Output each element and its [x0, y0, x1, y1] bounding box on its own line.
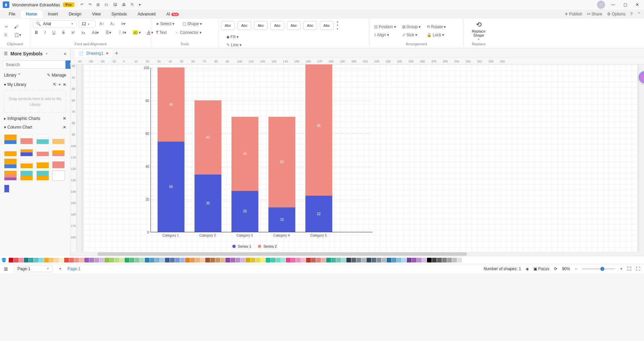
style-swatch[interactable]: Abc [320, 21, 334, 30]
color-swatch[interactable] [79, 258, 84, 262]
color-swatch[interactable] [372, 258, 376, 262]
color-swatch[interactable] [225, 258, 230, 262]
style-swatch[interactable]: Abc [287, 21, 301, 30]
color-swatch[interactable] [316, 258, 321, 262]
minimize-button[interactable]: — [609, 2, 617, 7]
add-page-button[interactable]: + [59, 266, 61, 271]
close-button[interactable]: ✕ [633, 2, 641, 7]
chart-thumbnail[interactable] [52, 158, 65, 168]
align-menu-icon[interactable]: ≡▾ [119, 20, 127, 28]
color-swatch[interactable] [115, 258, 119, 262]
symbol-search-input[interactable] [3, 60, 66, 69]
case-icon[interactable]: Aa▾ [90, 29, 101, 36]
color-swatch[interactable] [286, 258, 291, 262]
color-swatch[interactable] [74, 258, 79, 262]
color-swatch[interactable] [14, 258, 18, 262]
library-link[interactable]: Library ⌃ [4, 73, 21, 78]
color-swatch[interactable] [205, 258, 210, 262]
my-library-header[interactable]: ▾ My Library [4, 82, 26, 87]
color-swatch[interactable] [69, 258, 74, 262]
color-swatch[interactable] [185, 258, 190, 262]
color-swatch[interactable] [336, 258, 341, 262]
color-swatch[interactable] [341, 258, 346, 262]
color-swatch[interactable] [9, 258, 13, 262]
color-swatch[interactable] [271, 258, 275, 262]
chart-thumbnail[interactable] [36, 170, 49, 181]
color-swatch[interactable] [276, 258, 281, 262]
decrease-font-icon[interactable]: A↓ [108, 20, 117, 28]
new-icon[interactable]: ⊞ [96, 2, 100, 7]
focus-button[interactable]: ▣ Focus [533, 266, 549, 271]
color-swatch[interactable] [24, 258, 29, 262]
chart-thumbnail[interactable] [20, 158, 33, 168]
fit-page-icon[interactable]: ⛶ [627, 266, 631, 271]
color-swatch[interactable] [200, 258, 205, 262]
redo-icon[interactable]: ↷ [88, 2, 92, 7]
active-page-tab[interactable]: Page-1 [68, 266, 81, 271]
menu-advanced[interactable]: Advanced [132, 10, 161, 18]
copy-icon[interactable]: ⎘ [3, 31, 10, 39]
color-swatch[interactable] [210, 258, 215, 262]
color-swatch[interactable] [165, 258, 170, 262]
sidebar-dropdown-icon[interactable]: ▼ [45, 52, 48, 55]
color-swatch[interactable] [296, 258, 301, 262]
chart-thumbnail[interactable] [52, 134, 65, 144]
color-swatch[interactable] [150, 258, 155, 262]
menu-home[interactable]: Home [20, 10, 42, 18]
color-swatch[interactable] [84, 258, 89, 262]
color-swatch[interactable] [180, 258, 185, 262]
color-swatch[interactable] [64, 258, 69, 262]
chart-thumbnail[interactable] [20, 146, 33, 156]
style-swatch[interactable]: Abc [221, 21, 235, 30]
line-button[interactable]: ✎ Line ▾ [224, 41, 250, 49]
menu-file[interactable]: File [3, 10, 20, 18]
color-swatch[interactable] [175, 258, 180, 262]
color-swatch[interactable] [230, 258, 235, 262]
color-swatch[interactable] [387, 258, 391, 262]
library-drop-zone[interactable]: Drag symbols here to add to My Library [4, 90, 66, 113]
options-button[interactable]: ⚙ Options [607, 12, 626, 16]
collapse-ribbon-icon[interactable]: ⌃ [637, 12, 641, 16]
replace-shape-button[interactable]: ⟲ Replace Shape ▼ [466, 20, 491, 41]
color-swatch[interactable] [452, 258, 457, 262]
color-swatch[interactable] [462, 258, 467, 262]
bullets-icon[interactable]: ⋮≡▾ [116, 29, 128, 36]
chart-thumbnail[interactable] [36, 158, 49, 168]
color-swatch[interactable] [382, 258, 386, 262]
text-tool[interactable]: T Text [154, 29, 169, 36]
undo-icon[interactable]: ↶ [80, 2, 84, 7]
color-swatch[interactable] [89, 258, 94, 262]
color-swatch[interactable] [195, 258, 200, 262]
color-swatch[interactable] [281, 258, 286, 262]
zoom-slider[interactable] [582, 268, 615, 270]
style-swatch[interactable]: Abc [254, 21, 268, 30]
color-swatch[interactable] [407, 258, 412, 262]
color-swatch[interactable] [356, 258, 361, 262]
color-swatch[interactable] [104, 258, 109, 262]
chart-thumbnail[interactable] [4, 158, 17, 168]
style-swatch[interactable]: Abc [270, 21, 284, 30]
fill-bucket-icon[interactable]: 🪣 [1, 258, 6, 262]
color-swatch[interactable] [417, 258, 422, 262]
cut-icon[interactable]: ✂ [3, 23, 10, 31]
select-tool[interactable]: ➤ Select ▾ [154, 20, 176, 28]
manage-link[interactable]: ✎ Manage [47, 73, 66, 78]
color-swatch[interactable] [266, 258, 270, 262]
layers-icon[interactable]: ◈ [526, 266, 529, 271]
save-icon[interactable]: 🖫 [113, 2, 117, 7]
color-swatch[interactable] [160, 258, 165, 262]
color-swatch[interactable] [94, 258, 99, 262]
refresh-icon[interactable]: ⟳ [554, 266, 557, 271]
color-swatch[interactable] [44, 258, 49, 262]
color-swatch[interactable] [397, 258, 401, 262]
size-button[interactable]: ⤢ Size ▾ [400, 31, 423, 39]
color-swatch[interactable] [145, 258, 149, 262]
share-button[interactable]: ⚯ Share [587, 12, 602, 16]
color-swatch[interactable] [39, 258, 44, 262]
fill-button[interactable]: ◆ Fill ▾ [224, 33, 250, 41]
font-size-select[interactable]: 12 ▼ [79, 20, 95, 28]
chart-thumbnail[interactable] [4, 146, 17, 156]
color-swatch[interactable] [19, 258, 24, 262]
chart-thumbnail[interactable] [36, 146, 49, 156]
shape-tool[interactable]: ▢ Shape ▾ [180, 20, 204, 28]
